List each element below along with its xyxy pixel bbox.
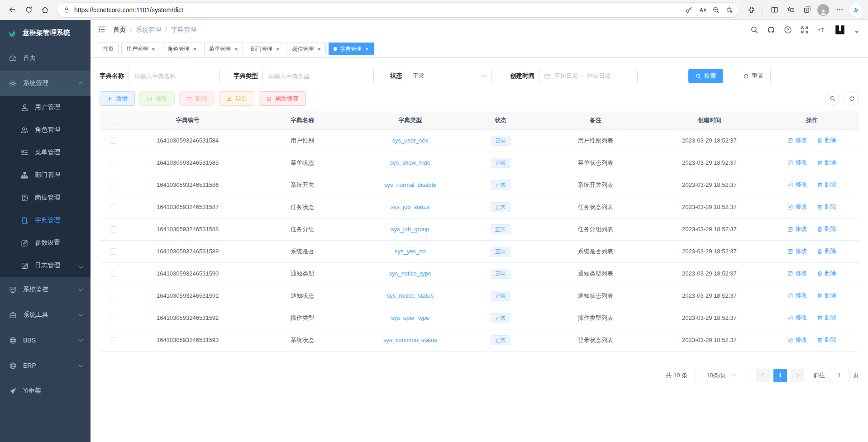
tab-close-icon[interactable]: × (152, 46, 155, 52)
tab-dict[interactable]: 字典管理 × (329, 43, 374, 55)
row-delete-button[interactable]: 删除 (817, 269, 836, 277)
read-aloud-icon[interactable] (696, 3, 709, 17)
row-delete-button[interactable]: 删除 (817, 181, 836, 189)
row-checkbox[interactable] (110, 315, 116, 321)
zoom-out-icon[interactable] (709, 3, 723, 17)
row-delete-button[interactable]: 删除 (817, 291, 836, 299)
dict-type-link[interactable]: sys_normal_disable (384, 181, 436, 188)
row-delete-button[interactable]: 删除 (817, 225, 836, 233)
export-button[interactable]: 导出 (219, 91, 254, 106)
row-edit-button[interactable]: 修改 (787, 158, 807, 166)
dict-type-link[interactable]: sys_notice_status (387, 292, 434, 299)
tab-departments[interactable]: 部门管理 × (246, 43, 285, 55)
dict-type-link[interactable]: sys_oper_type (391, 314, 429, 321)
tab-home[interactable]: 首页 (98, 43, 119, 55)
sidebar-item-posts[interactable]: 岗位管理 (0, 186, 91, 209)
sidebar-item-monitor[interactable]: 系统监控 (0, 277, 91, 302)
yi-logo[interactable] (834, 24, 846, 36)
browser-home-icon[interactable] (37, 2, 52, 18)
tab-close-icon[interactable]: × (317, 46, 321, 52)
row-checkbox[interactable] (110, 248, 116, 255)
goto-page-input[interactable] (829, 369, 849, 382)
tab-close-icon[interactable]: × (234, 46, 238, 52)
refresh-cache-button[interactable]: 刷新缓存 (259, 91, 306, 106)
sidebar-item-dict[interactable]: 字典管理 (0, 209, 91, 232)
sidebar-item-users[interactable]: 用户管理 (0, 96, 91, 119)
github-icon[interactable] (767, 26, 775, 34)
row-edit-button[interactable]: 修改 (787, 336, 807, 344)
dict-type-link[interactable]: sys_common_status (383, 337, 437, 343)
show-search-toggle-button[interactable] (825, 91, 840, 106)
sidebar-item-bbs[interactable]: BBS (0, 328, 91, 353)
tab-close-icon[interactable]: × (276, 46, 280, 52)
app-logo[interactable]: 意框架管理系统 (0, 20, 91, 45)
collections-icon[interactable] (799, 2, 815, 18)
browser-refresh-icon[interactable] (21, 2, 36, 18)
row-checkbox[interactable] (110, 138, 116, 144)
tab-close-icon[interactable]: × (193, 46, 197, 52)
row-delete-button[interactable]: 删除 (817, 203, 836, 211)
password-key-icon[interactable] (682, 3, 696, 17)
sidebar-item-params[interactable]: 参数设置 (0, 232, 91, 254)
address-bar[interactable]: https://ccnetcore.com:1101/system/dict (57, 3, 739, 17)
prev-page-button[interactable] (756, 369, 770, 382)
fullscreen-icon[interactable] (801, 26, 809, 34)
sidebar-item-erp[interactable]: ERP (0, 353, 91, 378)
header-search-icon[interactable] (750, 26, 758, 34)
tab-posts[interactable]: 岗位管理 × (287, 43, 326, 55)
search-button[interactable]: 搜索 (688, 69, 723, 83)
dict-type-link[interactable]: sys_notice_type (389, 270, 431, 277)
font-size-icon[interactable]: TT (817, 26, 825, 34)
row-checkbox[interactable] (110, 293, 116, 299)
breadcrumb-item[interactable]: 首页 (113, 26, 136, 34)
row-edit-button[interactable]: 修改 (787, 225, 807, 233)
sidebar-item-yi[interactable]: Yi框架 (0, 378, 91, 404)
tab-close-icon[interactable]: × (365, 46, 369, 52)
dict-name-input[interactable] (129, 69, 220, 83)
sidebar-item-tools[interactable]: 系统工具 (0, 302, 91, 328)
help-icon[interactable]: ? (784, 26, 792, 34)
dict-type-link[interactable]: sys_show_hide (390, 159, 430, 166)
row-checkbox[interactable] (110, 204, 116, 210)
next-page-button[interactable] (791, 369, 804, 382)
row-checkbox[interactable] (110, 226, 116, 233)
sidebar-item-departments[interactable]: 部门管理 (0, 164, 91, 186)
browser-more-icon[interactable] (832, 2, 847, 18)
favorites-icon[interactable] (783, 2, 798, 18)
delete-button[interactable]: 删除 (179, 91, 215, 106)
row-edit-button[interactable]: 修改 (787, 181, 807, 189)
dict-type-link[interactable]: sys_user_sex (392, 137, 428, 144)
dict-type-link[interactable]: sys_job_status (391, 204, 429, 210)
breadcrumb-item[interactable]: 系统管理 (136, 26, 171, 34)
row-checkbox[interactable] (110, 182, 116, 188)
sidebar-item-roles[interactable]: 角色管理 (0, 119, 91, 141)
page-size-select[interactable]: 10条/页 (696, 369, 746, 382)
sidebar-item-menus[interactable]: 菜单管理 (0, 141, 91, 164)
breadcrumb-item[interactable]: 字典管理 (171, 26, 196, 34)
select-all-checkbox[interactable] (110, 118, 116, 124)
tab-roles[interactable]: 角色管理 × (163, 43, 202, 55)
row-edit-button[interactable]: 修改 (787, 314, 807, 322)
profile-avatar[interactable] (816, 2, 831, 18)
tab-users[interactable]: 用户管理 × (121, 43, 160, 55)
row-delete-button[interactable]: 删除 (817, 336, 836, 344)
refresh-table-button[interactable] (844, 91, 859, 106)
row-edit-button[interactable]: 修改 (787, 203, 807, 211)
edit-button[interactable]: 修改 (139, 91, 175, 106)
caret-down-icon[interactable] (854, 31, 859, 33)
split-screen-icon[interactable] (767, 2, 782, 18)
sidebar-item-home[interactable]: 首页 (0, 45, 91, 71)
reset-button[interactable]: 重置 (736, 69, 771, 83)
date-range-picker[interactable]: 开始日期 - 结束日期 (539, 69, 638, 83)
status-select[interactable]: 正常 (407, 69, 492, 83)
row-checkbox[interactable] (110, 160, 116, 166)
copilot-bing-icon[interactable]: b (848, 2, 863, 18)
url-text[interactable]: https://ccnetcore.com:1101/system/dict (74, 6, 682, 14)
tab-menus[interactable]: 菜单管理 × (204, 43, 243, 55)
dict-type-link[interactable]: sys_job_group (391, 226, 429, 233)
row-delete-button[interactable]: 删除 (817, 247, 836, 255)
add-favorite-star-icon[interactable] (723, 3, 736, 17)
row-delete-button[interactable]: 删除 (817, 158, 836, 166)
row-checkbox[interactable] (110, 337, 116, 343)
sidebar-collapse-icon[interactable] (97, 25, 107, 35)
